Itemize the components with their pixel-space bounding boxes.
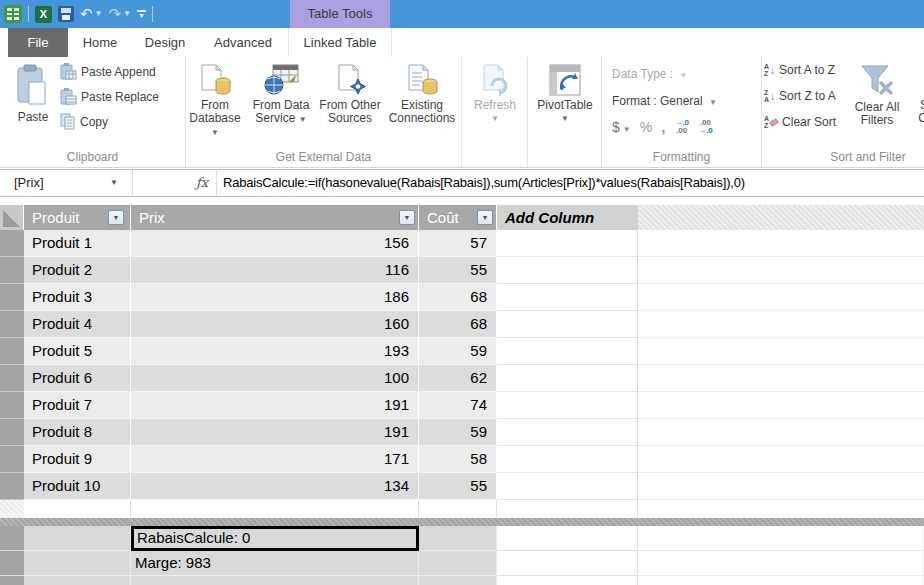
row-header[interactable] <box>0 338 24 365</box>
cell-cout[interactable]: 57 <box>419 230 497 257</box>
cell-produit[interactable]: Produit 4 <box>24 311 131 338</box>
cell-cout[interactable]: 59 <box>419 419 497 446</box>
cell-cout[interactable]: 68 <box>419 284 497 311</box>
cout-filter-dropdown-icon[interactable]: ▼ <box>477 210 493 225</box>
powerpivot-icon[interactable] <box>4 5 22 23</box>
column-header-produit[interactable]: Produit ▼ <box>24 205 131 230</box>
column-header-cout[interactable]: Coût ▼ <box>419 205 497 230</box>
from-other-sources-button[interactable]: From Other Sources <box>318 59 382 125</box>
tab-file[interactable]: File <box>8 28 68 57</box>
measure-row-header[interactable] <box>0 576 24 585</box>
new-row-header[interactable] <box>0 500 24 518</box>
cell-produit[interactable]: Produit 5 <box>24 338 131 365</box>
measure-cell[interactable] <box>419 526 497 551</box>
row-header[interactable] <box>0 473 24 500</box>
tab-home[interactable]: Home <box>75 28 125 57</box>
undo-button[interactable]: ↶▼ <box>80 1 103 27</box>
row-header[interactable] <box>0 392 24 419</box>
prix-filter-dropdown-icon[interactable]: ▼ <box>399 210 415 225</box>
percent-button[interactable]: % <box>640 119 652 135</box>
cell-cout[interactable]: 74 <box>419 392 497 419</box>
row-header[interactable] <box>0 365 24 392</box>
cell-produit[interactable]: Produit 3 <box>24 284 131 311</box>
paste-button[interactable]: Paste <box>8 59 58 124</box>
refresh-dropdown-icon[interactable]: ▼ <box>491 112 499 125</box>
measure-cell[interactable]: Marge: 983 <box>131 551 419 576</box>
cell-cout[interactable]: 68 <box>419 311 497 338</box>
data-type-control[interactable]: Data Type : ▼ <box>612 67 687 81</box>
customize-quick-access-icon[interactable]: ▼ <box>137 10 146 18</box>
measure-cell[interactable] <box>497 551 638 576</box>
copy-button[interactable]: Copy <box>60 113 108 130</box>
increase-decimal-button[interactable]: →.0 .00 <box>674 119 689 135</box>
cell-produit[interactable]: Produit 2 <box>24 257 131 284</box>
cell-prix[interactable]: 191 <box>131 392 419 419</box>
cell-add-column[interactable] <box>497 473 638 500</box>
cell-produit[interactable]: Produit 8 <box>24 419 131 446</box>
new-row-cell[interactable] <box>24 500 131 518</box>
cell-prix[interactable]: 160 <box>131 311 419 338</box>
pivottable-button[interactable]: PivotTable ▼ <box>533 59 597 125</box>
clear-all-filters-button[interactable]: Clear All Filters <box>848 59 906 127</box>
cell-add-column[interactable] <box>497 230 638 257</box>
new-row-cell[interactable] <box>419 500 497 518</box>
cell-cout[interactable]: 55 <box>419 473 497 500</box>
cell-produit[interactable]: Produit 7 <box>24 392 131 419</box>
new-row-cell[interactable] <box>131 500 419 518</box>
clear-sort-button[interactable]: AZ Clear Sort <box>764 115 836 129</box>
from-database-button[interactable]: From Database ▼ <box>186 59 244 139</box>
measure-grid-splitter[interactable] <box>0 518 924 526</box>
cell-add-column[interactable] <box>497 365 638 392</box>
measure-cell[interactable] <box>24 526 131 551</box>
add-column-header[interactable]: Add Column <box>497 205 638 230</box>
cell-produit[interactable]: Produit 1 <box>24 230 131 257</box>
cell-prix[interactable]: 193 <box>131 338 419 365</box>
redo-button[interactable]: ↷▼ <box>109 1 132 27</box>
cell-produit[interactable]: Produit 6 <box>24 365 131 392</box>
cell-add-column[interactable] <box>497 419 638 446</box>
column-header-prix[interactable]: Prix ▼ <box>131 205 419 230</box>
row-header[interactable] <box>0 446 24 473</box>
new-row[interactable] <box>0 500 924 518</box>
existing-connections-button[interactable]: Existing Connections <box>384 59 460 125</box>
cell-add-column[interactable] <box>497 392 638 419</box>
cell-add-column[interactable] <box>497 338 638 365</box>
currency-button[interactable]: $▼ <box>612 119 631 135</box>
measure-cell[interactable] <box>24 551 131 576</box>
sort-a-to-z-button[interactable]: AZ↓ Sort A to Z <box>764 63 835 77</box>
format-control[interactable]: Format : General ▼ <box>612 94 717 108</box>
cell-produit[interactable]: Produit 9 <box>24 446 131 473</box>
measure-cell[interactable] <box>497 526 638 551</box>
measure-cell[interactable] <box>24 576 131 585</box>
cell-prix[interactable]: 100 <box>131 365 419 392</box>
new-row-cell[interactable] <box>497 500 638 518</box>
row-header[interactable] <box>0 284 24 311</box>
excel-icon[interactable]: X <box>35 6 52 23</box>
measure-row-header[interactable] <box>0 551 24 576</box>
measure-cell[interactable] <box>131 576 419 585</box>
cell-cout[interactable]: 62 <box>419 365 497 392</box>
cell-produit[interactable]: Produit 10 <box>24 473 131 500</box>
row-header[interactable] <box>0 257 24 284</box>
cell-prix[interactable]: 156 <box>131 230 419 257</box>
from-data-service-button[interactable]: From Data Service ▼ <box>248 59 314 126</box>
tab-linked-table[interactable]: Linked Table <box>288 28 392 57</box>
refresh-button[interactable]: Refresh ▼ <box>472 59 518 125</box>
measure-cell[interactable] <box>497 576 638 585</box>
fx-button[interactable]: ƒx <box>196 170 216 196</box>
measure-row-header[interactable] <box>0 526 24 551</box>
cell-add-column[interactable] <box>497 284 638 311</box>
produit-filter-dropdown-icon[interactable]: ▼ <box>108 210 124 225</box>
decrease-decimal-button[interactable]: .00 →.0 <box>698 119 713 135</box>
tab-advanced[interactable]: Advanced <box>203 28 283 57</box>
pivottable-dropdown-icon[interactable]: ▼ <box>561 112 569 125</box>
formula-input[interactable]: RabaisCalcule:=if(hasonevalue(Rabais[Rab… <box>216 170 924 196</box>
row-header[interactable] <box>0 311 24 338</box>
thousands-separator-button[interactable]: , <box>661 118 665 135</box>
save-icon[interactable] <box>58 6 74 22</box>
cell-prix[interactable]: 134 <box>131 473 419 500</box>
cell-prix[interactable]: 171 <box>131 446 419 473</box>
cell-prix[interactable]: 116 <box>131 257 419 284</box>
redo-dropdown-icon[interactable]: ▼ <box>123 1 131 27</box>
cell-prix[interactable]: 191 <box>131 419 419 446</box>
